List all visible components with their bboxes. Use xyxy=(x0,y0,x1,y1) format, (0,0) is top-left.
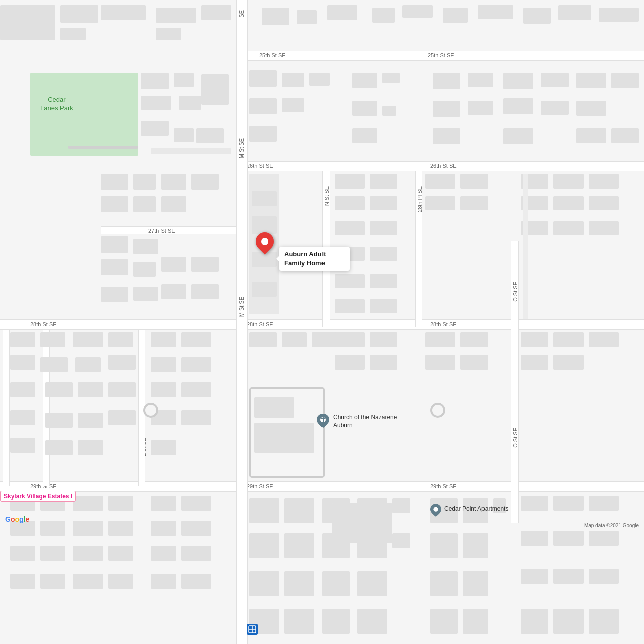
building xyxy=(101,259,128,275)
building xyxy=(249,533,279,558)
building xyxy=(589,196,619,210)
building xyxy=(284,609,314,634)
building xyxy=(78,413,103,428)
building xyxy=(133,174,156,190)
building xyxy=(370,221,397,235)
building xyxy=(430,609,458,634)
map-container: 25th St SE 25th St SE 26th St SE 26th St… xyxy=(0,0,644,644)
building xyxy=(156,28,181,40)
road-label-m-st-se-bot: M St SE xyxy=(238,297,245,317)
building xyxy=(151,521,176,536)
building xyxy=(460,332,488,347)
building xyxy=(174,128,194,142)
building xyxy=(322,609,350,634)
building xyxy=(254,397,294,418)
building xyxy=(521,609,548,634)
building xyxy=(430,533,458,558)
building xyxy=(108,355,136,370)
building xyxy=(576,101,606,116)
building xyxy=(108,410,136,425)
road-m-st-se xyxy=(236,0,248,644)
building xyxy=(161,196,186,212)
road-label-26th-left: 26th St SE xyxy=(247,163,273,169)
road-label-28th-pl-se: 28th Pl SE xyxy=(417,186,423,212)
building xyxy=(521,569,548,584)
building xyxy=(191,257,219,272)
building xyxy=(181,574,211,589)
building xyxy=(73,521,103,536)
road-label-25th-left: 25th St SE xyxy=(259,52,286,58)
building xyxy=(433,73,460,89)
building xyxy=(433,101,460,117)
building xyxy=(181,382,211,397)
road-label-m-st-se-top: SE xyxy=(238,10,245,18)
building xyxy=(335,196,365,210)
bus-stop-marker xyxy=(247,624,258,635)
building xyxy=(181,410,211,425)
map-data-attribution: Map data ©2021 Google xyxy=(584,523,639,528)
building xyxy=(309,73,330,86)
building xyxy=(335,174,365,189)
building xyxy=(10,382,35,397)
building xyxy=(284,533,314,558)
building xyxy=(589,496,619,511)
building xyxy=(254,423,314,453)
building xyxy=(335,274,365,288)
building xyxy=(10,546,35,561)
building xyxy=(352,101,377,116)
pin-head xyxy=(252,229,278,255)
building xyxy=(521,332,548,347)
svg-point-3 xyxy=(433,507,438,512)
building xyxy=(249,332,277,347)
building xyxy=(196,128,224,143)
building xyxy=(327,5,357,20)
building xyxy=(262,8,289,25)
building xyxy=(425,355,455,370)
road-label-m-st-se-mid: M St SE xyxy=(238,138,245,158)
building xyxy=(151,332,176,347)
building xyxy=(249,126,277,142)
building xyxy=(282,98,304,112)
building xyxy=(73,546,103,561)
building xyxy=(370,355,397,370)
building xyxy=(161,284,186,299)
building xyxy=(282,73,304,87)
building xyxy=(108,546,133,561)
cedar-point-poi xyxy=(430,503,441,519)
building xyxy=(425,174,455,189)
building xyxy=(553,174,584,189)
building xyxy=(151,148,231,154)
building xyxy=(10,410,35,425)
building xyxy=(40,332,65,347)
building xyxy=(589,531,619,546)
building xyxy=(191,284,219,299)
building xyxy=(460,355,488,370)
building xyxy=(611,128,639,143)
building xyxy=(10,332,35,347)
building xyxy=(521,496,548,511)
building xyxy=(201,5,231,20)
building xyxy=(101,5,146,20)
building xyxy=(541,73,569,87)
road-label-o-st-se-bot: O St SE xyxy=(512,428,518,448)
building xyxy=(191,174,219,190)
building xyxy=(156,8,196,23)
building xyxy=(252,191,277,206)
cul-de-sac xyxy=(143,403,158,418)
building xyxy=(312,332,337,347)
building xyxy=(425,196,455,210)
main-location-pin xyxy=(256,232,274,251)
skylark-village-label: Skylark Village Estates I xyxy=(0,491,76,502)
road-label-25th-right: 25th St SE xyxy=(428,52,454,58)
building xyxy=(460,196,488,210)
building xyxy=(10,574,35,589)
building xyxy=(372,8,395,23)
building xyxy=(181,546,211,561)
building xyxy=(282,332,307,347)
road-label-28th-right: 28th St SE xyxy=(430,321,457,327)
cul-de-sac xyxy=(430,403,445,418)
building xyxy=(151,546,176,561)
building xyxy=(357,571,387,596)
building xyxy=(284,571,314,596)
building xyxy=(503,73,533,89)
